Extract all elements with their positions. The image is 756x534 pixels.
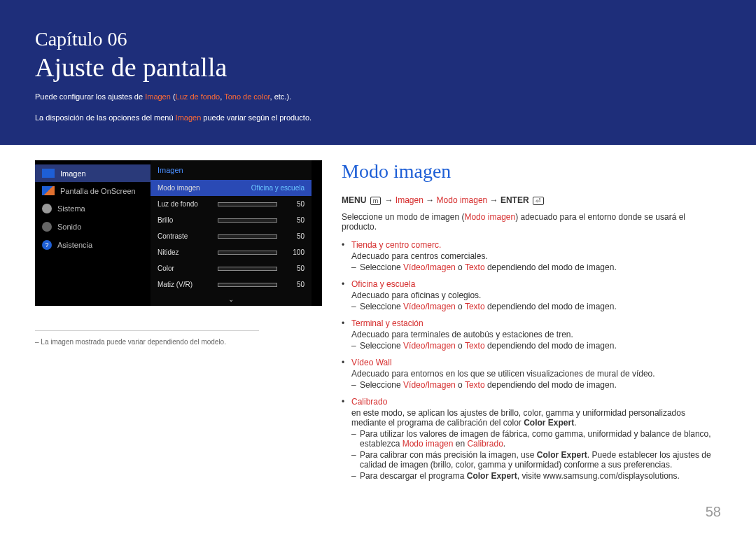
nav-item[interactable]: Sonido	[35, 218, 150, 236]
menu-nav: ImagenPantalla de OnScreenSistemaSonido?…	[35, 160, 150, 306]
submenu-row[interactable]: Contraste50	[150, 228, 312, 244]
scr-icon	[42, 186, 55, 195]
slider-bar	[218, 251, 277, 255]
banner: Capítulo 06 Ajuste de pantalla Puede con…	[0, 0, 756, 145]
mode-desc: Adecuado para centros comerciales.	[351, 251, 721, 261]
menu-path: MENU m → Imagen → Modo imagen → ENTER ⏎	[342, 195, 721, 205]
slider-bar	[218, 202, 277, 206]
mode-select-line: Seleccione Vídeo/Imagen o Texto dependie…	[351, 262, 721, 272]
gear-icon	[42, 204, 52, 213]
mode-desc: Adecuado para oficinas y colegios.	[351, 290, 721, 300]
submenu-row-value: 50	[287, 265, 304, 272]
submenu-row-label: Nitidez	[158, 248, 208, 256]
slider-bar	[218, 234, 277, 239]
mode-item: Tienda y centro comerc.Adecuado para cen…	[342, 240, 721, 272]
mode-name: Oficina y escuela	[351, 279, 415, 289]
spk-icon	[42, 222, 52, 232]
slider-bar	[218, 267, 277, 271]
slider-bar	[218, 283, 277, 287]
menu-icon: m	[370, 197, 382, 205]
submenu-row-label: Color	[158, 265, 208, 272]
submenu-row[interactable]: Brillo50	[150, 212, 312, 228]
section-title: Modo imagen	[342, 160, 721, 183]
blue-icon	[42, 169, 55, 178]
enter-icon: ⏎	[533, 197, 544, 205]
menu-panel: ImagenPantalla de OnScreenSistemaSonido?…	[35, 160, 322, 306]
mode-select-line: Seleccione Vídeo/Imagen o Texto dependie…	[351, 302, 721, 311]
mode-select-line: Seleccione Vídeo/Imagen o Texto dependie…	[351, 341, 721, 351]
chapter-label: Capítulo 06	[35, 28, 721, 50]
calibrado-bullet: Para calibrar con más precisión la image…	[351, 450, 721, 470]
nav-item-label: Imagen	[60, 169, 86, 178]
mode-name: Vídeo Wall	[351, 358, 392, 367]
nav-item[interactable]: Sistema	[35, 199, 150, 218]
calibrado-bullet: Para utilizar los valores de imagen de f…	[351, 429, 721, 449]
submenu-row-selected[interactable]: Modo imagen Oficina y escuela	[150, 180, 312, 196]
page-title: Ajuste de pantalla	[35, 52, 721, 83]
nav-item[interactable]: Pantalla de OnScreen	[35, 182, 150, 199]
submenu-row-value: 100	[287, 248, 304, 256]
menu-submenu: Imagen Modo imagen Oficina y escuela Luz…	[150, 160, 312, 306]
nav-item-label: Sistema	[57, 204, 85, 213]
submenu-row[interactable]: Color50	[150, 260, 312, 276]
submenu-header: Imagen	[150, 160, 312, 180]
intro-line-2: La disposición de las opciones del menú …	[35, 112, 721, 125]
submenu-row-label: Brillo	[158, 216, 208, 224]
submenu-row-label: Matiz (V/R)	[158, 281, 208, 288]
mode-name: Terminal y estación	[351, 318, 424, 328]
mode-select-line: Seleccione Vídeo/Imagen o Texto dependie…	[351, 380, 721, 390]
footnote: – La imagen mostrada puede variar depend…	[35, 330, 259, 346]
submenu-row-label: Luz de fondo	[158, 200, 208, 208]
mode-item: Vídeo WallAdecuado para entornos en los …	[342, 358, 721, 390]
mode-desc: Adecuado para terminales de autobús y es…	[351, 330, 721, 339]
submenu-row-value: 50	[287, 200, 304, 208]
intro-line-1: Puede configurar los ajustes de Imagen (…	[35, 91, 721, 104]
submenu-row-value: 50	[287, 232, 304, 240]
nav-item-label: Sonido	[57, 223, 81, 231]
nav-item[interactable]: ?Asistencia	[35, 236, 150, 254]
page-number: 58	[706, 504, 721, 520]
submenu-row[interactable]: Nitidez100	[150, 244, 312, 260]
submenu-row[interactable]: Luz de fondo50	[150, 196, 312, 212]
nav-item-label: Pantalla de OnScreen	[60, 187, 136, 195]
mode-name: Tienda y centro comerc.	[351, 240, 441, 250]
submenu-selected-value: Oficina y escuela	[251, 184, 304, 192]
mode-item-calibrado: Calibradoen este modo, se aplican los aj…	[342, 397, 721, 481]
mode-desc: en este modo, se aplican los ajustes de …	[351, 408, 721, 428]
slider-bar	[218, 218, 277, 223]
chevron-down-icon[interactable]: ⌄	[150, 293, 312, 306]
nav-item[interactable]: Imagen	[35, 164, 150, 182]
submenu-row[interactable]: Matiz (V/R)50	[150, 276, 312, 293]
mode-list: Tienda y centro comerc.Adecuado para cen…	[342, 240, 721, 481]
mode-desc: Adecuado para entornos en los que se uti…	[351, 369, 721, 379]
submenu-row-label: Contraste	[158, 232, 208, 240]
submenu-row-value: 50	[287, 216, 304, 224]
mode-item: Oficina y escuelaAdecuado para oficinas …	[342, 279, 721, 311]
calibrado-bullet: Para descargar el programa Color Expert,…	[351, 471, 721, 481]
submenu-selected-label: Modo imagen	[158, 184, 200, 192]
mode-item: Terminal y estaciónAdecuado para termina…	[342, 318, 721, 351]
nav-item-label: Asistencia	[57, 241, 92, 249]
mode-name: Calibrado	[351, 397, 387, 407]
section-description: Seleccione un modo de imagen (Modo image…	[342, 212, 721, 232]
q-icon: ?	[42, 240, 52, 250]
submenu-row-value: 50	[287, 281, 304, 288]
